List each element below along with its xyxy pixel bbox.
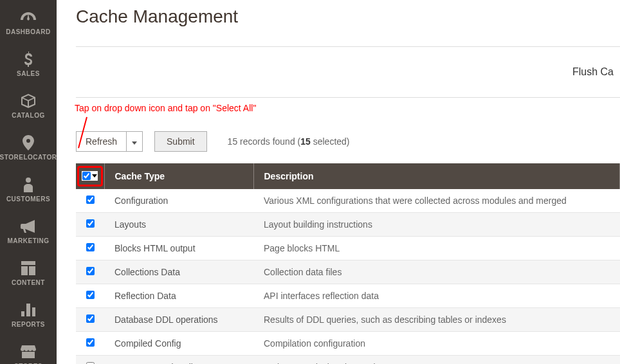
table-row[interactable]: EAV types and attributesEntity types dec…	[76, 356, 620, 365]
sidebar-item-label: STORELOCATOR	[0, 154, 57, 161]
row-description: API interfaces reflection data	[253, 284, 620, 308]
row-checkbox[interactable]	[86, 196, 95, 204]
annotation-text: Tap on drop down icon and tap on "Select…	[75, 103, 256, 113]
caret-down-icon	[132, 141, 137, 145]
submit-button[interactable]: Submit	[154, 131, 207, 152]
sidebar-item-label: CUSTOMERS	[6, 196, 50, 203]
row-check-cell	[76, 237, 104, 260]
top-buttons-bar: Flush Ca	[76, 46, 620, 98]
select-all-checkbox[interactable]	[82, 172, 91, 180]
table-row[interactable]: Compiled ConfigCompilation configuration	[76, 332, 620, 356]
sidebar-item-storelocator[interactable]: STORELOCATOR	[0, 125, 57, 167]
mass-action-dropdown[interactable]	[127, 131, 143, 152]
row-checkbox[interactable]	[86, 291, 95, 299]
sidebar-item-label: MARKETING	[7, 237, 49, 244]
row-check-cell	[76, 356, 104, 365]
row-check-cell	[76, 308, 104, 332]
row-check-cell	[76, 332, 104, 356]
chevron-down-icon	[92, 174, 97, 177]
sidebar-item-dashboard[interactable]: DASHBOARD	[0, 0, 57, 42]
sidebar-item-label: SALES	[17, 70, 40, 77]
row-description: Entity types declaration cache	[253, 356, 620, 365]
row-check-cell	[76, 189, 104, 213]
select-all-control[interactable]	[82, 171, 98, 181]
sidebar-item-catalog[interactable]: CATALOG	[0, 84, 57, 125]
sidebar-item-label: DASHBOARD	[6, 28, 51, 35]
person-icon	[23, 176, 33, 193]
row-cache-type: Blocks HTML output	[104, 237, 253, 260]
grid-toolbar: Refresh Submit 15 records found (15 sele…	[76, 131, 620, 152]
records-found: 15 records found (15 selected)	[228, 136, 350, 147]
row-description: Various XML configurations that were col…	[253, 189, 620, 213]
cube-icon	[21, 93, 36, 109]
table-row[interactable]: LayoutsLayout building instructions	[76, 213, 620, 237]
sidebar-item-marketing[interactable]: MARKETING	[0, 209, 57, 251]
row-check-cell	[76, 284, 104, 308]
col-description[interactable]: Description	[253, 163, 620, 189]
row-cache-type: Collections Data	[104, 260, 253, 284]
sidebar-item-label: CATALOG	[12, 112, 44, 119]
sidebar-item-stores[interactable]: STORES	[0, 334, 57, 364]
sidebar: DASHBOARD SALES CATALOG STORELOCATOR CUS…	[0, 0, 57, 364]
row-cache-type: Configuration	[104, 189, 253, 213]
sidebar-item-customers[interactable]: CUSTOMERS	[0, 167, 57, 209]
row-description: Collection data files	[253, 260, 620, 284]
row-cache-type: Compiled Config	[104, 332, 253, 356]
row-check-cell	[76, 213, 104, 237]
sidebar-item-label: REPORTS	[12, 321, 45, 328]
page-title: Cache Management	[76, 6, 620, 27]
annotation-callout: Tap on drop down icon and tap on "Select…	[75, 103, 620, 113]
row-check-cell	[76, 260, 104, 284]
pin-icon	[23, 134, 34, 151]
storefront-icon	[21, 343, 36, 360]
row-description: Results of DDL queries, such as describi…	[253, 308, 620, 332]
sidebar-item-sales[interactable]: SALES	[0, 42, 57, 84]
row-cache-type: EAV types and attributes	[104, 356, 253, 365]
row-description: Compilation configuration	[253, 332, 620, 356]
row-cache-type: Layouts	[104, 213, 253, 237]
row-description: Page blocks HTML	[253, 237, 620, 260]
table-row[interactable]: ConfigurationVarious XML configurations …	[76, 189, 620, 213]
sidebar-item-reports[interactable]: REPORTS	[0, 293, 57, 334]
table-row[interactable]: Blocks HTML outputPage blocks HTML	[76, 237, 620, 260]
table-row[interactable]: Database DDL operationsResults of DDL qu…	[76, 308, 620, 332]
cache-grid: Cache Type Description ConfigurationVari…	[76, 163, 620, 364]
row-cache-type: Database DDL operations	[104, 308, 253, 332]
select-all-header	[76, 163, 104, 189]
refresh-button[interactable]: Refresh	[76, 131, 127, 152]
table-row[interactable]: Collections DataCollection data files	[76, 260, 620, 284]
flush-cache-button[interactable]: Flush Ca	[572, 66, 614, 77]
row-checkbox[interactable]	[86, 243, 95, 251]
mass-action-group: Refresh	[76, 131, 143, 152]
dollar-icon	[24, 51, 33, 68]
megaphone-icon	[21, 218, 36, 235]
sidebar-item-content[interactable]: CONTENT	[0, 251, 57, 293]
sidebar-item-label: CONTENT	[12, 279, 45, 286]
table-row[interactable]: Reflection DataAPI interfaces reflection…	[76, 284, 620, 308]
bars-icon	[21, 302, 35, 318]
main-content: Cache Management Flush Ca Tap on drop do…	[57, 0, 620, 364]
col-cache-type[interactable]: Cache Type	[104, 163, 253, 189]
row-description: Layout building instructions	[253, 213, 620, 237]
row-checkbox[interactable]	[86, 314, 95, 323]
layout-icon	[21, 260, 35, 277]
row-cache-type: Reflection Data	[104, 284, 253, 308]
row-checkbox[interactable]	[86, 338, 95, 347]
row-checkbox[interactable]	[86, 267, 95, 275]
gauge-icon	[19, 9, 37, 26]
row-checkbox[interactable]	[86, 219, 95, 228]
svg-point-0	[26, 177, 31, 183]
